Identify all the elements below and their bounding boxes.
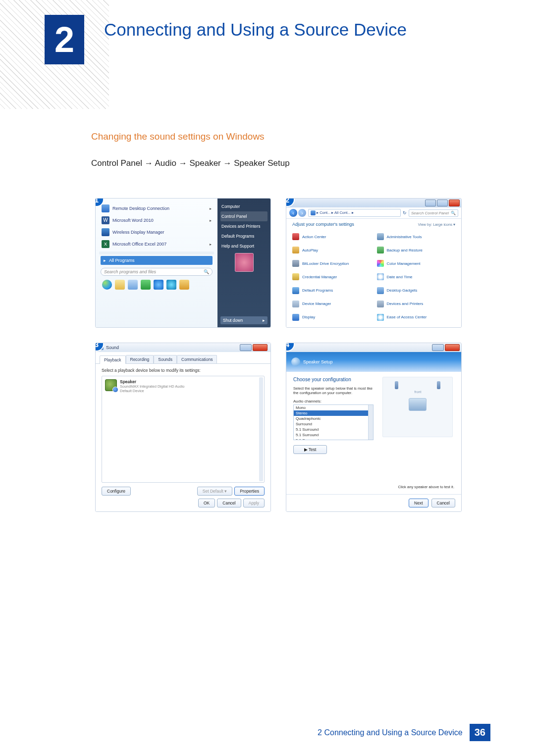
listbox-option[interactable]: 5.1 Surround bbox=[294, 427, 373, 432]
minimize-button[interactable] bbox=[432, 344, 444, 351]
close-button[interactable] bbox=[449, 200, 460, 206]
maximize-button[interactable] bbox=[437, 200, 448, 206]
right-panel-item[interactable]: Help and Support bbox=[220, 241, 268, 251]
ie-icon[interactable] bbox=[154, 280, 163, 290]
listbox-option[interactable]: 5.1 Surround bbox=[294, 432, 373, 438]
start-item[interactable]: Remote Desktop Connection ▸ bbox=[101, 202, 213, 214]
cp-item[interactable]: Action Center bbox=[292, 231, 371, 243]
right-panel-item[interactable]: Computer bbox=[220, 202, 268, 211]
scrollbar[interactable] bbox=[259, 377, 263, 481]
cp-header: Adjust your computer's settings View by:… bbox=[286, 219, 461, 230]
shutdown-label: Shut down bbox=[223, 318, 243, 323]
excel-icon: X bbox=[102, 240, 109, 248]
speaker-left-icon[interactable] bbox=[395, 381, 398, 389]
cancel-button[interactable]: Cancel bbox=[431, 499, 455, 507]
minimize-button[interactable] bbox=[240, 344, 252, 351]
apply-button[interactable]: Apply bbox=[243, 499, 265, 507]
tab-playback[interactable]: Playback bbox=[100, 355, 126, 364]
cp-item[interactable]: Default Programs bbox=[292, 285, 371, 297]
right-panel-item[interactable]: Default Programs bbox=[220, 231, 268, 241]
device-list[interactable]: Speaker SoundMAX Integrated Digital HD A… bbox=[102, 376, 265, 483]
explorer-icon[interactable] bbox=[115, 280, 125, 290]
search-input[interactable]: Search Control Panel 🔍 bbox=[409, 209, 458, 217]
search-placeholder: Search programs and files bbox=[104, 269, 156, 274]
close-button[interactable] bbox=[445, 344, 460, 351]
minimize-button[interactable] bbox=[425, 200, 436, 206]
cp-item[interactable]: Device Manager bbox=[292, 298, 371, 310]
hint-text: Select a playback device below to modify… bbox=[102, 368, 265, 373]
pinned-icon[interactable] bbox=[179, 280, 189, 290]
listbox-option[interactable]: 5.1 Surround bbox=[294, 438, 373, 440]
section-heading: Changing the sound settings on Windows bbox=[91, 131, 265, 142]
refresh-icon[interactable]: ↻ bbox=[403, 210, 407, 215]
cp-item-label: Action Center bbox=[302, 235, 326, 239]
listbox-option[interactable]: Quadraphonic bbox=[294, 416, 373, 421]
properties-button[interactable]: Properties bbox=[234, 487, 265, 496]
close-button[interactable] bbox=[253, 344, 268, 351]
ease-icon bbox=[377, 314, 384, 321]
divider bbox=[99, 252, 214, 254]
cp-item[interactable]: Credential Manager bbox=[292, 271, 371, 283]
wmp-icon[interactable] bbox=[166, 280, 176, 290]
breadcrumb: Control Panel → Audio → Speaker → Speake… bbox=[91, 158, 290, 168]
start-item[interactable]: X Microsoft Office Excel 2007 ▸ bbox=[101, 238, 213, 250]
cp-item[interactable]: BitLocker Drive Encryption bbox=[292, 257, 371, 269]
cp-item[interactable]: AutoPlay bbox=[292, 244, 371, 256]
button-row: Configure Set Default ▾ Properties bbox=[102, 487, 265, 496]
set-default-button[interactable]: Set Default ▾ bbox=[197, 487, 232, 496]
search-input[interactable]: Search programs and files 🔍 bbox=[101, 268, 213, 276]
configure-button[interactable]: Configure bbox=[102, 487, 131, 496]
scrollbar[interactable] bbox=[368, 405, 373, 440]
listbox-option[interactable]: Stereo bbox=[294, 410, 373, 416]
test-button[interactable]: ▶ Test bbox=[293, 445, 327, 454]
cp-header-text: Adjust your computer's settings bbox=[292, 222, 354, 227]
channels-listbox[interactable]: Mono Stereo Quadraphonic Surround 5.1 Su… bbox=[293, 404, 374, 440]
speaker-right-icon[interactable] bbox=[437, 381, 440, 389]
cp-item[interactable]: Devices and Printers bbox=[377, 298, 456, 310]
start-orb-icon[interactable] bbox=[102, 280, 112, 290]
ok-button[interactable]: OK bbox=[198, 499, 215, 507]
cp-item[interactable]: Desktop Gadgets bbox=[377, 285, 456, 297]
app-icon[interactable] bbox=[141, 280, 151, 290]
dialog-banner: Speaker Setup bbox=[286, 352, 461, 372]
color-icon bbox=[377, 260, 384, 267]
cp-item[interactable]: Date and Time bbox=[377, 271, 456, 283]
cp-item[interactable]: Color Management bbox=[377, 257, 456, 269]
start-item[interactable]: W Microsoft Word 2010 ▸ bbox=[101, 214, 213, 226]
cp-item[interactable]: Administrative Tools bbox=[377, 231, 456, 243]
speaker-layout-diagram: front bbox=[382, 377, 453, 437]
tab-sounds[interactable]: Sounds bbox=[154, 355, 177, 363]
device-name: Speaker bbox=[120, 379, 185, 384]
forward-button[interactable]: › bbox=[298, 209, 306, 217]
all-programs-button[interactable]: ▸ All Programs bbox=[101, 256, 213, 265]
listbox-option[interactable]: Mono bbox=[294, 405, 373, 410]
right-panel-item[interactable]: Control Panel bbox=[220, 211, 268, 221]
tab-communications[interactable]: Communications bbox=[177, 355, 217, 363]
gadgets-icon bbox=[377, 287, 384, 294]
tab-recording[interactable]: Recording bbox=[126, 355, 154, 363]
start-item[interactable]: Wireless Display Manager bbox=[101, 226, 213, 238]
autoplay-icon bbox=[292, 247, 299, 253]
submenu-arrow-icon: ▸ bbox=[210, 206, 212, 211]
right-panel-item[interactable]: Devices and Printers bbox=[220, 221, 268, 231]
cp-item[interactable]: Backup and Restore bbox=[377, 244, 456, 256]
devicemgr-icon bbox=[292, 301, 299, 307]
cp-item-label: Desktop Gadgets bbox=[387, 288, 418, 293]
next-button[interactable]: Next bbox=[409, 499, 428, 507]
cp-item[interactable]: Ease of Access Center bbox=[377, 311, 456, 323]
library-icon[interactable] bbox=[128, 280, 138, 290]
front-label: front bbox=[383, 390, 452, 394]
viewby-dropdown[interactable]: View by: Large icons ▾ bbox=[418, 222, 455, 227]
breadcrumb-bar[interactable]: ▸ Cont... ▸ All Cont... ▸ bbox=[308, 209, 401, 217]
breadcrumb-text: ▸ Cont... ▸ All Cont... ▸ bbox=[317, 210, 354, 215]
config-heading: Choose your configuration bbox=[293, 377, 374, 382]
shutdown-button[interactable]: Shut down ▸ bbox=[220, 316, 268, 324]
cp-item[interactable]: Display bbox=[292, 311, 371, 323]
screenshot-3: 3 Sound Playback Recording Sounds Commun… bbox=[95, 343, 271, 512]
cancel-button[interactable]: Cancel bbox=[217, 499, 241, 507]
back-button[interactable]: ‹ bbox=[289, 209, 297, 217]
listbox-option[interactable]: Surround bbox=[294, 421, 373, 427]
device-item[interactable]: Speaker SoundMAX Integrated Digital HD A… bbox=[105, 379, 261, 393]
cp-item-label: BitLocker Drive Encryption bbox=[302, 261, 349, 266]
speaker-icon bbox=[291, 357, 300, 366]
